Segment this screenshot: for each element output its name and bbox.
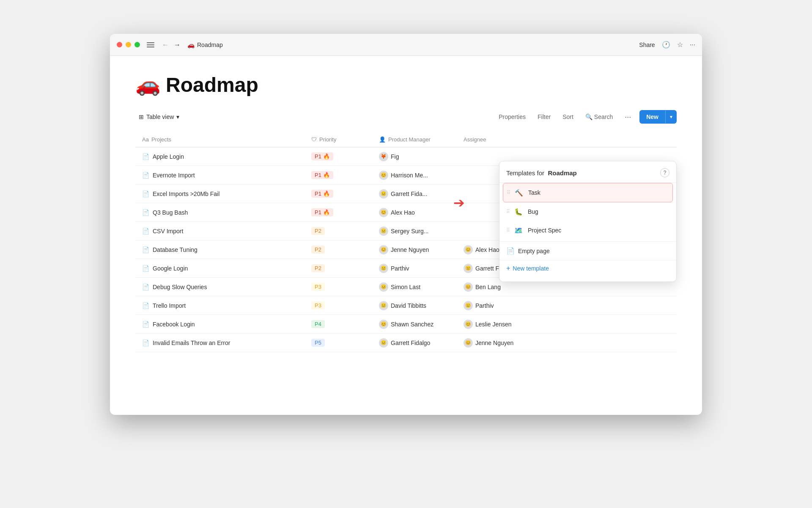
doc-icon: 📄 [142, 153, 149, 160]
cell-manager: 🦊Fig [372, 148, 457, 166]
table-row[interactable]: 📄Facebook Login P4 😊Shawn Sanchez 😊Lesli… [135, 315, 677, 334]
new-main-button[interactable]: New [639, 110, 665, 124]
help-icon[interactable]: ? [660, 168, 669, 177]
avatar: 😐 [379, 189, 388, 199]
table-view-button[interactable]: ⊞ Table view ▾ [135, 112, 183, 122]
page-title-bar: 🚗 Roadmap [187, 41, 223, 48]
avatar: 😊 [379, 245, 388, 254]
table-row[interactable]: 📄Trello Import P3 😐David Tibbitts 😐Parth… [135, 296, 677, 315]
cell-manager: 😐Parthiv [372, 260, 457, 277]
task-icon: 🔨 [513, 187, 525, 199]
favorite-icon[interactable]: ☆ [677, 41, 683, 49]
cell-priority: P3 [304, 297, 372, 314]
doc-icon: 📄 [142, 302, 149, 309]
avatar: 😐 [379, 338, 388, 348]
search-label: Search [594, 113, 613, 120]
templates-title: Templates for Roadmap [506, 169, 577, 177]
priority-badge: P3 [311, 301, 325, 309]
plus-icon: + [506, 265, 510, 272]
menu-icon[interactable] [147, 41, 155, 49]
priority-badge: P3 [311, 283, 325, 291]
table-row[interactable]: 📄Invalid Emails Throw an Error P5 😐Garre… [135, 334, 677, 352]
search-button[interactable]: 🔍 Search [582, 112, 616, 122]
cell-project: 📄CSV Import [135, 224, 304, 239]
avatar: 😊 [379, 208, 388, 217]
cell-project: 📄Database Tuning [135, 242, 304, 257]
avatar: 😐 [464, 264, 473, 273]
back-button[interactable]: ← [160, 40, 170, 50]
maximize-button[interactable] [134, 42, 140, 47]
template-project-spec-label: Project Spec [528, 227, 659, 234]
titlebar-actions: Share 🕐 ☆ ··· [639, 41, 695, 49]
cell-project: 📄Google Login [135, 261, 304, 276]
project-spec-icon: 🗺️ [513, 224, 524, 236]
shield-icon: 🛡 [311, 136, 317, 143]
cell-manager: 😐Garrett Fida... [372, 185, 457, 203]
doc-icon: 📄 [142, 340, 149, 346]
empty-page-label: Empty page [518, 248, 550, 254]
cell-priority: P1 🔥 [304, 148, 372, 165]
template-item-project-spec[interactable]: ⠿ 🗺️ Project Spec ··· [499, 221, 676, 240]
cell-project: 📄Evernote Import [135, 168, 304, 183]
template-separator [499, 241, 676, 242]
empty-page-item[interactable]: 📄 Empty page [499, 243, 676, 258]
templates-dropdown: Templates for Roadmap ? ⠿ 🔨 Task ··· ⠿ 🐛… [499, 161, 677, 282]
priority-badge: P4 [311, 320, 325, 328]
priority-badge: P1 🔥 [311, 152, 333, 160]
avatar: 😊 [379, 320, 388, 329]
template-item-bug[interactable]: ⠿ 🐛 Bug ··· [499, 202, 676, 221]
avatar: 😊 [464, 320, 473, 329]
cell-manager: 😊Harrison Me... [372, 166, 457, 184]
templates-title-name: Roadmap [548, 169, 576, 177]
priority-badge: P2 [311, 264, 325, 272]
search-icon: 🔍 [585, 113, 593, 120]
avatar: 😊 [379, 171, 388, 180]
filter-button[interactable]: Filter [534, 112, 554, 122]
template-task-label: Task [528, 189, 658, 196]
red-arrow-indicator: ➔ [453, 195, 465, 211]
cell-manager: 😊Alex Hao [372, 204, 457, 221]
template-item-task[interactable]: ⠿ 🔨 Task ··· [503, 183, 673, 202]
share-button[interactable]: Share [639, 41, 655, 48]
cell-manager: 😐David Tibbitts [372, 297, 457, 315]
cell-manager: 😊Jenne Nguyen [372, 241, 457, 259]
close-button[interactable] [117, 42, 122, 47]
minimize-button[interactable] [126, 42, 131, 47]
toolbar-more-button[interactable]: ··· [621, 111, 634, 123]
nav-arrows: ← → [160, 40, 182, 50]
priority-badge: P2 [311, 227, 325, 235]
table-header: Aa Projects 🛡 Priority 👤 Product Manager… [135, 132, 677, 147]
forward-button[interactable]: → [172, 40, 182, 50]
cell-project: 📄Q3 Bug Bash [135, 205, 304, 220]
properties-button[interactable]: Properties [495, 112, 529, 122]
cell-manager: 😐Sergey Surg... [372, 222, 457, 240]
cell-project: 📄Apple Login [135, 149, 304, 164]
more-options-button[interactable]: ··· [690, 41, 695, 49]
cell-priority: P4 [304, 316, 372, 332]
priority-badge: P1 🔥 [311, 171, 333, 179]
new-template-button[interactable]: + New template [499, 260, 676, 276]
person-icon: 👤 [379, 136, 386, 143]
priority-badge: P5 [311, 339, 325, 347]
col-manager-label: Product Manager [388, 136, 431, 143]
avatar: 😊 [464, 338, 473, 348]
col-header-assignee: Assignee [457, 132, 677, 147]
cell-priority: P1 🔥 [304, 185, 372, 202]
cell-priority: P2 [304, 223, 372, 239]
title-emoji: 🚗 [187, 41, 195, 48]
avatar: 🦊 [379, 152, 388, 161]
doc-icon: 📄 [142, 209, 149, 216]
drag-handle-icon: ⠿ [507, 190, 510, 196]
doc-icon: 📄 [142, 246, 149, 253]
new-caret-button[interactable]: ▾ [665, 110, 677, 123]
cell-project: 📄Facebook Login [135, 317, 304, 332]
history-icon[interactable]: 🕐 [662, 41, 670, 49]
cell-priority: P2 [304, 241, 372, 258]
titlebar: ← → 🚗 Roadmap Share 🕐 ☆ ··· [110, 34, 702, 56]
avatar: 😊 [464, 245, 473, 254]
sort-button[interactable]: Sort [559, 112, 577, 122]
bug-icon: 🐛 [513, 206, 524, 218]
col-priority-label: Priority [319, 136, 336, 143]
cell-assignee [457, 152, 677, 161]
template-bug-label: Bug [528, 208, 659, 215]
